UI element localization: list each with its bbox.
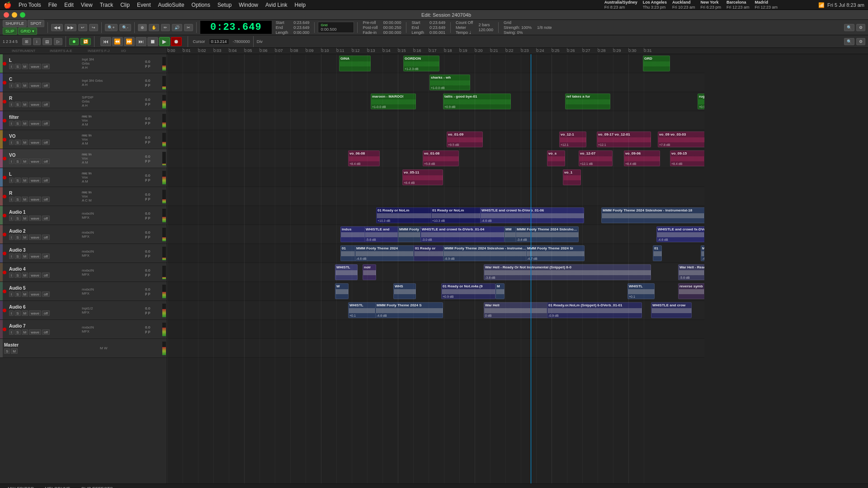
wave-btn-13[interactable]: wave [29, 310, 41, 316]
ctrl-s-13[interactable]: S [14, 310, 20, 316]
track-header-13[interactable]: Audio 6ISMwaveoffInpt1/2MFX0.0p p [0, 301, 167, 320]
track-header-10[interactable]: Audio 3ISMwaveoffmxbclNMFX0.0p p [0, 244, 167, 263]
ctrl-i-11[interactable]: I [9, 272, 14, 278]
zoom-in-btn[interactable]: 🔍+ [105, 24, 118, 31]
rtze-btn[interactable]: ⏮ [100, 37, 111, 46]
track-header-15[interactable]: MasterSMM W [0, 339, 167, 358]
menu-help[interactable]: Help [292, 1, 309, 9]
clip-28[interactable]: indus [340, 226, 368, 242]
settings-btn[interactable]: ⚙ [856, 24, 865, 31]
zoom-selector[interactable]: 🔍 [844, 38, 854, 45]
track-header-7[interactable]: RISMwaveoffmic InVoxA C M0.0p p [0, 187, 167, 206]
clip-9[interactable]: vo_01-09+9.5 dB [447, 131, 483, 147]
ctrl-s-9[interactable]: S [14, 235, 20, 240]
menu-edit[interactable]: Edit [61, 1, 76, 9]
ctrl-s-2[interactable]: S [14, 102, 20, 107]
clip-12[interactable]: vo_09 vo_03-03+7.8 dB [658, 131, 704, 147]
ctrl-i-8[interactable]: I [9, 216, 14, 221]
ctrl-s-6[interactable]: S [14, 178, 20, 183]
zoom-out-btn[interactable]: 🔍- [119, 24, 131, 31]
clip-22[interactable]: vo_05-11+8.4 dB [402, 169, 443, 185]
ctrl-s-4[interactable]: S [14, 140, 20, 145]
clip-34[interactable]: WHISTLE and crowd fx-DVerb_01-07-4.6 dB [656, 226, 704, 242]
clip-46[interactable]: War Hell - Ready Or Not I-5.6 dB [678, 264, 704, 280]
track-header-1[interactable]: CISMwaveoffInpt 3f4 GrbsA H0.0p p [0, 73, 167, 92]
wave-btn-8[interactable]: wave [29, 216, 41, 221]
track-header-2[interactable]: RISMwaveoffS/PDIFGrbsA H0.0p p [0, 92, 167, 111]
ctrl-s-1[interactable]: S [14, 83, 20, 88]
menu-setup[interactable]: Setup [215, 1, 234, 9]
ctrl-s-11[interactable]: S [14, 272, 20, 278]
play-btn[interactable]: ▶ [159, 37, 170, 46]
track-rec-dot-14[interactable] [3, 328, 6, 331]
tab-mix-editor[interactable]: MIX EDITOR [3, 485, 39, 488]
clip-10[interactable]: vo_12-1+12.1 [559, 131, 586, 147]
ctrl-i-0[interactable]: I [9, 64, 14, 69]
selector-tool[interactable]: ⊕ [138, 24, 147, 31]
off-btn-4[interactable]: off [42, 140, 50, 145]
ctrl-m-10[interactable]: M [22, 253, 28, 259]
clip-57[interactable]: 01 Ready.or.NoLm (Snippet) 6-DVerb_01-01… [547, 302, 642, 318]
ctrl-s-7[interactable]: S [14, 197, 20, 202]
clip-36[interactable]: MMM Footy Theme 2024-4.6 dB [355, 245, 418, 261]
search-btn[interactable]: 🔍 [844, 24, 854, 31]
track-header-0[interactable]: LISMwaveoffInpt 3f4GrbsA H0.0p p [0, 54, 167, 73]
menu-file[interactable]: File [46, 1, 60, 9]
loop-btn[interactable]: 🔁 [80, 38, 91, 45]
stop-btn[interactable]: ⏹ [147, 37, 158, 46]
menu-avid-link[interactable]: Avid Link [263, 1, 290, 9]
ctrl-m-0[interactable]: M [22, 64, 28, 69]
ctrl-i-12[interactable]: I [9, 291, 14, 297]
wave-btn-7[interactable]: wave [29, 197, 41, 202]
clip-5[interactable]: tallis - good bye-01+0.9 dB [443, 94, 511, 109]
wave-btn-5[interactable]: wave [29, 159, 41, 164]
rewind-btn[interactable]: ⏪ [112, 37, 123, 46]
wave-btn-0[interactable]: wave [29, 64, 41, 69]
menu-pro-tools[interactable]: Pro Tools [16, 1, 44, 9]
off-btn-2[interactable]: off [42, 102, 50, 107]
ctrl-s-3[interactable]: S [14, 121, 20, 126]
ctrl-s-5[interactable]: S [14, 159, 20, 164]
wave-btn-9[interactable]: wave [29, 235, 41, 240]
track-rec-dot-3[interactable] [3, 119, 6, 122]
ctrl-m-2[interactable]: M [22, 102, 28, 107]
wave-btn-10[interactable]: wave [29, 253, 41, 259]
ctrl-m-12[interactable]: M [22, 291, 28, 297]
clip-51[interactable]: WHISTL+0.1 [627, 283, 655, 299]
fwd-btn[interactable]: ▶▶ [65, 24, 76, 31]
menu-event[interactable]: Event [134, 1, 154, 9]
shuffle-btn[interactable]: SHUFFLE [3, 20, 27, 27]
minimize-button[interactable] [12, 12, 17, 18]
wave-btn-3[interactable]: wave [29, 121, 41, 126]
ctrl-s-12[interactable]: S [14, 291, 20, 297]
slip-btn[interactable]: SLIP [3, 28, 17, 35]
apple-menu[interactable]: 🍎 [4, 1, 11, 9]
track-header-3[interactable]: filterISMwaveoffmic InVoxA M0.0p p [0, 111, 167, 130]
clip-47[interactable]: W [335, 283, 349, 299]
master-ctrl-s[interactable]: S [4, 348, 10, 354]
wave-btn-4[interactable]: wave [29, 140, 41, 145]
clip-7[interactable]: rugby l+0.9 [698, 94, 704, 109]
speaker-tool[interactable]: 🔊 [172, 24, 182, 31]
clip-43[interactable]: WHISTL [335, 264, 358, 280]
ctrl-i-14[interactable]: I [9, 329, 14, 335]
track-rec-dot-10[interactable] [3, 252, 6, 255]
clip-49[interactable]: 01 Ready or Not.m4a (9+0.9 dB [441, 283, 495, 299]
clip-11[interactable]: vo_09-17 vo_12-01+12.1 [597, 131, 651, 147]
ctrl-i-10[interactable]: I [9, 253, 14, 259]
clip-48[interactable]: WHS [393, 283, 416, 299]
track-header-11[interactable]: Audio 4ISMwaveoffmxbclNMFX0.0p p [0, 263, 167, 282]
ctrl-m-5[interactable]: M [22, 159, 28, 164]
off-btn-14[interactable]: off [42, 329, 50, 335]
ctrl-m-1[interactable]: M [22, 83, 28, 88]
ctrl-i-13[interactable]: I [9, 310, 14, 316]
off-btn-6[interactable]: off [42, 178, 50, 183]
ctrl-i-1[interactable]: I [9, 83, 14, 88]
undo-btn[interactable]: ↩ [78, 24, 87, 31]
spot-btn[interactable]: SPOT [28, 20, 44, 27]
clip-20[interactable]: vo_09-15+8.4 dB [670, 150, 704, 166]
ctrl-s-10[interactable]: S [14, 253, 20, 259]
wave-btn-6[interactable]: wave [29, 178, 41, 183]
track-rec-dot-9[interactable] [3, 233, 6, 236]
wave-btn-11[interactable]: wave [29, 272, 41, 278]
